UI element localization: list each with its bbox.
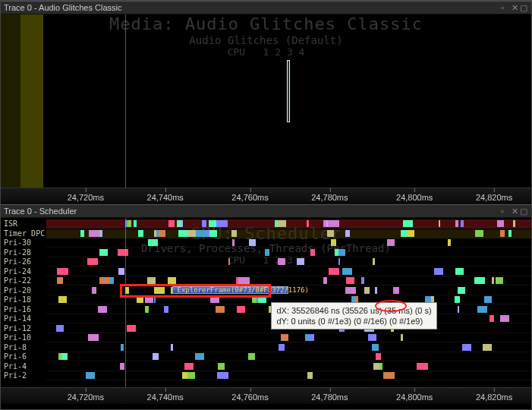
thread-segment[interactable] (278, 258, 285, 265)
thread-segment[interactable] (434, 268, 444, 275)
thread-segment[interactable] (202, 220, 206, 227)
maximize-icon[interactable]: ▢ (519, 3, 528, 12)
thread-segment[interactable] (153, 353, 159, 360)
thread-segment[interactable] (462, 344, 471, 351)
thread-segment[interactable] (87, 258, 98, 265)
track-row[interactable] (46, 267, 531, 276)
thread-segment[interactable] (483, 344, 492, 351)
playhead[interactable] (125, 218, 126, 387)
thread-segment[interactable] (329, 268, 339, 275)
thread-segment[interactable] (364, 287, 370, 294)
thread-segment[interactable] (277, 220, 285, 227)
thread-segment[interactable] (248, 353, 254, 360)
thread-segment[interactable] (231, 230, 237, 237)
thread-segment[interactable] (484, 296, 493, 303)
thread-segment[interactable] (383, 372, 395, 379)
thread-segment[interactable] (492, 277, 494, 284)
track-row[interactable] (46, 248, 531, 257)
thread-segment[interactable] (376, 353, 380, 360)
thread-segment[interactable] (375, 287, 378, 294)
thread-segment[interactable] (401, 230, 407, 237)
thread-segment[interactable] (461, 220, 463, 227)
thread-segment[interactable] (401, 334, 403, 341)
thread-segment[interactable] (217, 372, 228, 379)
thread-segment[interactable] (88, 334, 98, 341)
thread-segment[interactable] (127, 220, 132, 227)
thread-segment[interactable] (218, 363, 225, 370)
thread-segment[interactable] (171, 344, 173, 351)
thread-segment[interactable] (99, 249, 107, 256)
close-icon[interactable]: ✕ (510, 207, 519, 216)
restore-icon[interactable]: ▫ (498, 3, 507, 12)
restore-icon[interactable]: ▫ (498, 207, 507, 216)
thread-segment[interactable] (458, 306, 460, 313)
thread-segment[interactable] (258, 296, 266, 303)
thread-segment[interactable] (475, 230, 483, 237)
thread-segment[interactable] (86, 372, 96, 379)
panel-header-scheduler[interactable]: Trace 0 - Scheduler ▫ ✕ ▢ (1, 204, 531, 218)
thread-segment[interactable] (328, 220, 339, 227)
thread-segment[interactable] (177, 220, 181, 227)
thread-segment[interactable] (407, 230, 414, 237)
thread-segment[interactable] (455, 268, 464, 275)
thread-segment[interactable] (458, 287, 465, 294)
thread-segment[interactable] (148, 239, 158, 246)
thread-segment[interactable] (57, 277, 63, 284)
thread-segment[interactable] (338, 249, 345, 256)
thread-segment[interactable] (323, 220, 326, 227)
thread-segment[interactable] (281, 334, 288, 341)
thread-segment[interactable] (187, 372, 195, 379)
thread-segment[interactable] (56, 325, 64, 332)
thread-segment[interactable] (195, 353, 204, 360)
thread-segment[interactable] (238, 277, 250, 284)
thread-segment[interactable] (307, 372, 313, 379)
track-row[interactable] (46, 333, 531, 342)
thread-segment[interactable] (120, 363, 124, 370)
thread-segment[interactable] (80, 230, 84, 237)
thread-segment[interactable] (159, 230, 165, 237)
thread-segment[interactable] (232, 239, 235, 246)
thread-segment[interactable] (168, 277, 176, 284)
audio-trace-viewport[interactable]: Media: Audio Glitches Classic Audio Glit… (1, 14, 531, 204)
thread-segment[interactable] (137, 296, 143, 303)
thread-segment[interactable] (361, 277, 365, 284)
thread-segment[interactable] (379, 363, 382, 370)
thread-segment[interactable] (145, 296, 153, 303)
thread-segment[interactable] (145, 306, 150, 313)
thread-segment[interactable] (335, 249, 338, 256)
maximize-icon[interactable]: ▢ (519, 207, 528, 216)
thread-segment[interactable] (497, 220, 505, 227)
track-row[interactable] (46, 238, 531, 248)
thread-segment[interactable] (310, 249, 315, 256)
thread-segment[interactable] (345, 287, 356, 294)
thread-segment[interactable] (508, 230, 512, 237)
thread-segment[interactable] (279, 344, 285, 351)
track-row[interactable]: ExplorerFrame(0#73/8#F8372/1176) (46, 286, 531, 295)
thread-segment[interactable] (138, 230, 144, 237)
thread-segment[interactable] (307, 220, 309, 227)
thread-segment[interactable] (121, 344, 124, 351)
thread-segment[interactable] (265, 249, 269, 256)
thread-segment[interactable] (338, 258, 341, 265)
track-row[interactable] (46, 352, 531, 361)
thread-segment[interactable] (373, 258, 375, 265)
thread-segment[interactable] (154, 296, 156, 303)
thread-segment[interactable] (496, 277, 502, 284)
thread-segment[interactable] (448, 239, 451, 246)
thread-segment[interactable] (210, 296, 220, 303)
thread-segment[interactable] (209, 230, 217, 237)
thread-segment[interactable] (372, 344, 379, 351)
thread-segment[interactable] (98, 306, 107, 313)
thread-segment[interactable] (500, 230, 505, 237)
scheduler-trace-viewport[interactable]: CPU: Scheduler Drivers, Processes, Threa… (1, 218, 531, 404)
time-axis-top[interactable]: 24,720ms24,740ms24,760ms24,780ms24,800ms… (1, 188, 531, 204)
thread-segment[interactable] (455, 220, 458, 227)
thread-segment[interactable] (164, 306, 168, 313)
thread-segment[interactable] (455, 296, 460, 303)
thread-segment[interactable] (439, 220, 441, 227)
thread-segment[interactable] (57, 268, 68, 275)
thread-segment[interactable] (92, 287, 96, 294)
thread-segment[interactable] (327, 230, 334, 237)
thread-segment[interactable] (393, 287, 399, 294)
thread-segment[interactable] (477, 306, 487, 313)
